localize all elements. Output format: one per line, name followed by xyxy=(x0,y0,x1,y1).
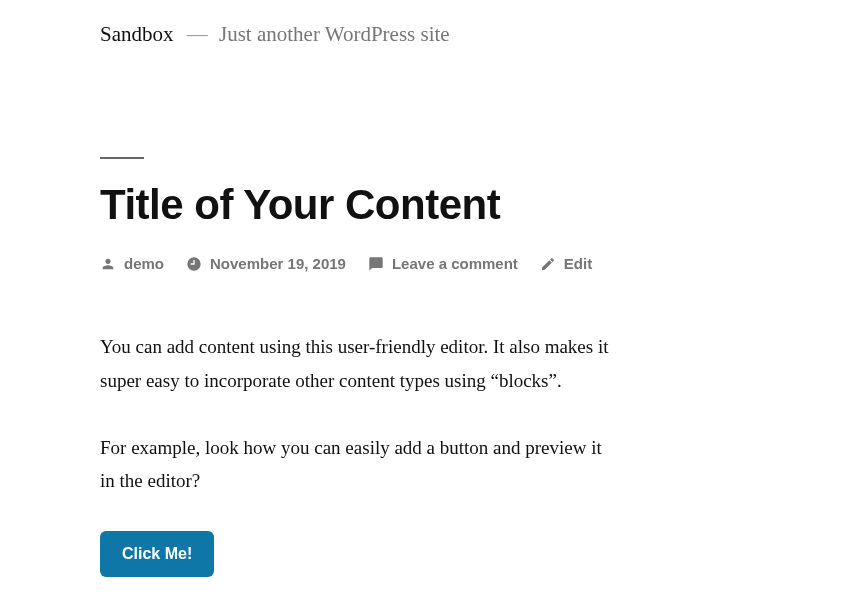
edit-link[interactable]: Edit xyxy=(564,255,592,272)
post-meta: demo November 19, 2019 Leave a comment E… xyxy=(100,255,750,272)
tagline-separator: — xyxy=(187,22,208,46)
click-me-button[interactable]: Click Me! xyxy=(100,531,214,577)
site-title-link[interactable]: Sandbox xyxy=(100,22,174,46)
meta-comments: Leave a comment xyxy=(368,255,518,272)
clock-icon xyxy=(186,256,202,272)
author-link[interactable]: demo xyxy=(124,255,164,272)
site-tagline: Just another WordPress site xyxy=(219,22,450,46)
paragraph: You can add content using this user-frie… xyxy=(100,330,620,397)
site-header: Sandbox — Just another WordPress site xyxy=(100,22,750,47)
comment-icon xyxy=(368,256,384,272)
date-link[interactable]: November 19, 2019 xyxy=(210,255,346,272)
person-icon xyxy=(100,256,116,272)
comments-link[interactable]: Leave a comment xyxy=(392,255,518,272)
meta-date: November 19, 2019 xyxy=(186,255,346,272)
meta-author: demo xyxy=(100,255,164,272)
post-content: You can add content using this user-frie… xyxy=(100,330,620,577)
meta-edit: Edit xyxy=(540,255,592,272)
pencil-icon xyxy=(540,256,556,272)
paragraph: For example, look how you can easily add… xyxy=(100,431,620,498)
post-title: Title of Your Content xyxy=(100,181,750,229)
title-rule xyxy=(100,157,144,159)
